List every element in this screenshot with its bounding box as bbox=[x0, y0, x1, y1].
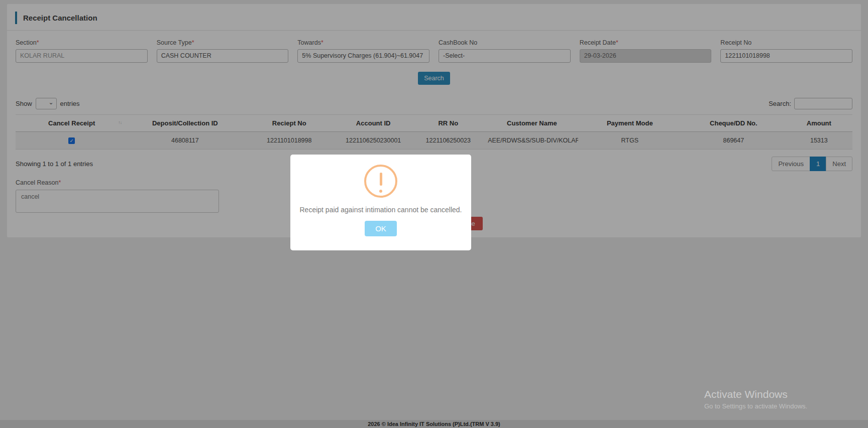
ok-button[interactable]: OK bbox=[365, 221, 397, 236]
alert-message: Receipt paid against intimation cannot b… bbox=[290, 206, 471, 214]
alert-modal: Receipt paid against intimation cannot b… bbox=[290, 155, 471, 250]
warning-exclamation-bar bbox=[380, 173, 382, 186]
warning-icon bbox=[364, 165, 397, 198]
page-root: Receipt Cancellation Section* KOLAR RURA… bbox=[0, 0, 868, 428]
warning-exclamation-dot bbox=[379, 190, 382, 193]
